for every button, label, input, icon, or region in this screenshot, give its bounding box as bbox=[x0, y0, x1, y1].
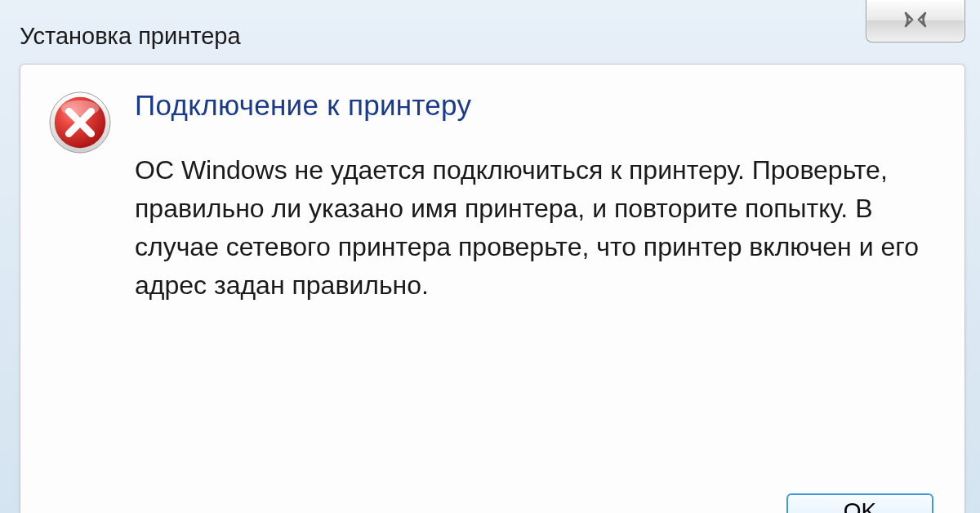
dialog-heading: Подключение к принтеру bbox=[135, 89, 937, 122]
dialog-content: Подключение к принтеру ОС Windows не уда… bbox=[20, 65, 964, 305]
window-title: Установка принтера bbox=[0, 0, 980, 50]
close-icon bbox=[904, 8, 927, 33]
close-button[interactable] bbox=[866, 0, 965, 42]
ok-button[interactable]: OK bbox=[786, 493, 933, 513]
ok-button-label: OK bbox=[844, 498, 876, 513]
text-column: Подключение к принтеру ОС Windows не уда… bbox=[135, 89, 937, 305]
dialog-body: ОС Windows не удается подключиться к при… bbox=[135, 151, 937, 305]
error-icon bbox=[48, 91, 112, 154]
icon-column bbox=[48, 89, 135, 305]
dialog-panel: Подключение к принтеру ОС Windows не уда… bbox=[20, 64, 965, 513]
button-bar: OK bbox=[20, 448, 964, 513]
